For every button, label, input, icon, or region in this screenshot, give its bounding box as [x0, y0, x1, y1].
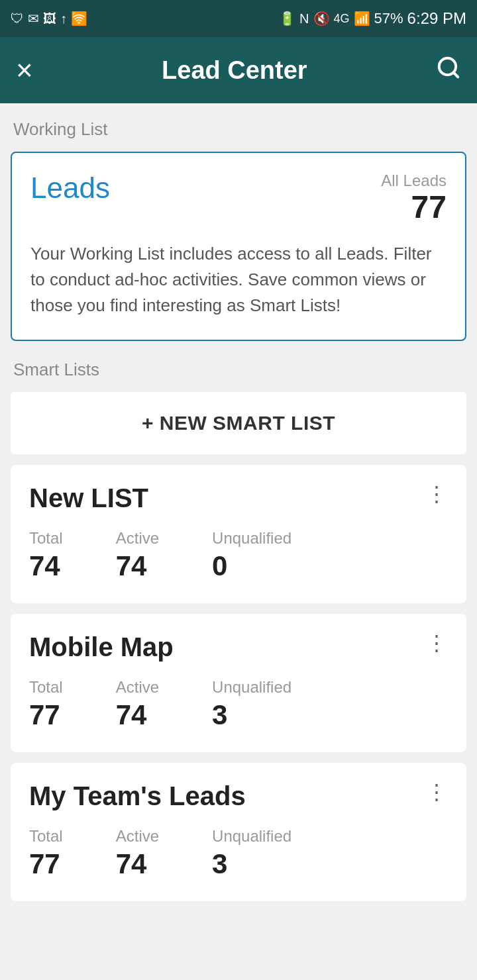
- active-value-1: 74: [116, 699, 159, 731]
- stat-total-2: Total 77: [29, 827, 63, 880]
- total-label-2: Total: [29, 827, 63, 846]
- smart-list-card-2[interactable]: My Team's Leads ⋮ Total 77 Active 74 Unq…: [11, 763, 466, 901]
- search-button[interactable]: [436, 55, 461, 86]
- wifi-icon: 🛜: [71, 11, 87, 26]
- stat-active-0: Active 74: [116, 529, 159, 582]
- stat-unqualified-1: Unqualified 3: [212, 678, 292, 731]
- active-label-0: Active: [116, 529, 159, 548]
- main-content: Working List Leads All Leads 77 Your Wor…: [0, 103, 477, 928]
- svg-line-1: [453, 72, 458, 77]
- unqualified-label-1: Unqualified: [212, 678, 292, 697]
- mute-icon: 🔇: [313, 11, 330, 26]
- new-smart-list-button[interactable]: + NEW SMART LIST: [11, 392, 466, 454]
- total-label-1: Total: [29, 678, 63, 697]
- battery-percent: 57%: [374, 10, 403, 27]
- smart-list-name-0: New LIST: [29, 483, 148, 513]
- active-label-2: Active: [116, 827, 159, 846]
- network-icon: N: [299, 11, 309, 26]
- stat-total-1: Total 77: [29, 678, 63, 731]
- signal-icon: 📶: [354, 11, 370, 26]
- working-list-label: Working List: [11, 119, 466, 140]
- smart-list-header-2: My Team's Leads ⋮: [29, 781, 448, 811]
- unqualified-value-2: 3: [212, 848, 292, 880]
- unqualified-value-0: 0: [212, 550, 292, 582]
- smart-lists-section: Smart Lists + NEW SMART LIST New LIST ⋮ …: [11, 360, 466, 901]
- stat-unqualified-2: Unqualified 3: [212, 827, 292, 880]
- smart-list-card-0[interactable]: New LIST ⋮ Total 74 Active 74 Unqualifie…: [11, 465, 466, 603]
- unqualified-label-0: Unqualified: [212, 529, 292, 548]
- upload-icon: ↑: [60, 11, 67, 26]
- status-bar-right: 🔋 N 🔇 4G 📶 57% 6:29 PM: [279, 9, 466, 28]
- status-bar: 🛡 ✉ 🖼 ↑ 🛜 🔋 N 🔇 4G 📶 57% 6:29 PM: [0, 0, 477, 37]
- total-label-0: Total: [29, 529, 63, 548]
- stat-active-1: Active 74: [116, 678, 159, 731]
- battery-icon: 🔋: [279, 11, 295, 26]
- total-value-1: 77: [29, 699, 63, 731]
- active-value-2: 74: [116, 848, 159, 880]
- shield-icon: 🛡: [11, 11, 24, 26]
- stats-row-1: Total 77 Active 74 Unqualified 3: [29, 678, 448, 731]
- stats-row-0: Total 74 Active 74 Unqualified 0: [29, 529, 448, 582]
- all-leads-label: All Leads: [381, 172, 447, 190]
- smart-list-card-1[interactable]: Mobile Map ⋮ Total 77 Active 74 Unqualif…: [11, 614, 466, 752]
- more-options-button-0[interactable]: ⋮: [426, 483, 448, 505]
- unqualified-value-1: 3: [212, 699, 292, 731]
- stat-active-2: Active 74: [116, 827, 159, 880]
- page-title: Lead Center: [162, 56, 307, 85]
- working-list-card[interactable]: Leads All Leads 77 Your Working List inc…: [11, 152, 466, 341]
- more-options-button-1[interactable]: ⋮: [426, 632, 448, 654]
- stats-row-2: Total 77 Active 74 Unqualified 3: [29, 827, 448, 880]
- stat-total-0: Total 74: [29, 529, 63, 582]
- leads-title: Leads: [30, 172, 110, 205]
- lte-icon: 4G: [334, 12, 350, 26]
- all-leads-count: 77: [411, 189, 447, 224]
- card-header: Leads All Leads 77: [30, 172, 447, 225]
- smart-list-header-0: New LIST ⋮: [29, 483, 448, 513]
- all-leads-block: All Leads 77: [381, 172, 447, 225]
- smart-list-header-1: Mobile Map ⋮: [29, 632, 448, 662]
- card-description: Your Working List includes access to all…: [30, 241, 447, 318]
- active-label-1: Active: [116, 678, 159, 697]
- smart-list-name-2: My Team's Leads: [29, 781, 246, 811]
- mail-icon: ✉: [28, 11, 39, 26]
- total-value-2: 77: [29, 848, 63, 880]
- smart-lists-label: Smart Lists: [11, 360, 466, 380]
- image-icon: 🖼: [43, 11, 56, 26]
- toolbar: × Lead Center: [0, 37, 477, 103]
- more-options-button-2[interactable]: ⋮: [426, 781, 448, 803]
- status-time: 6:29 PM: [407, 9, 466, 28]
- active-value-0: 74: [116, 550, 159, 582]
- stat-unqualified-0: Unqualified 0: [212, 529, 292, 582]
- unqualified-label-2: Unqualified: [212, 827, 292, 846]
- close-button[interactable]: ×: [16, 54, 33, 87]
- total-value-0: 74: [29, 550, 63, 582]
- status-bar-left: 🛡 ✉ 🖼 ↑ 🛜: [11, 11, 87, 26]
- smart-list-name-1: Mobile Map: [29, 632, 174, 662]
